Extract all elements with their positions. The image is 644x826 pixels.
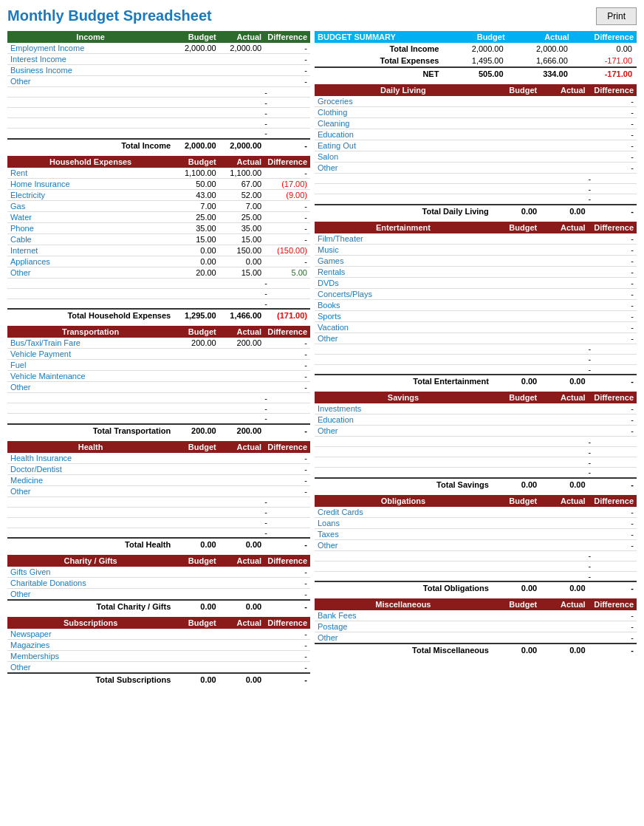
daily-living-header-row: Daily Living Budget Actual Difference — [315, 84, 637, 96]
row-actual — [540, 610, 588, 621]
daily-living-section: Daily Living Budget Actual Difference Gr… — [315, 84, 637, 217]
row-diff: - — [589, 403, 637, 414]
table-row: Credit Cards- — [315, 507, 637, 518]
row-budget — [174, 662, 219, 674]
table-row: Doctor/Dentist- — [7, 463, 310, 474]
row-label: Sports — [315, 310, 492, 321]
total-row: Total Transportation200.00200.00- — [7, 424, 310, 437]
summary-total-income-budget: 2,000.00 — [443, 43, 507, 55]
table-row: Appliances0.000.00- — [7, 256, 310, 267]
row-actual — [540, 266, 588, 277]
row-label: Vacation — [315, 321, 492, 332]
health-header-label: Health — [7, 441, 174, 453]
left-column: Income Budget Actual Difference Employme… — [7, 31, 310, 690]
row-diff: - — [589, 96, 637, 107]
total-budget: 200.00 — [174, 424, 219, 437]
row-label: Other — [315, 632, 492, 644]
row-budget — [492, 426, 540, 437]
table-row: Vacation- — [315, 321, 637, 332]
empty-row: - — [315, 550, 637, 561]
row-label: Books — [315, 299, 492, 310]
row-actual — [219, 382, 264, 393]
row-diff: - — [589, 277, 637, 288]
row-label: Electricity — [7, 189, 174, 200]
row-actual — [219, 485, 264, 496]
total-actual: 0.00 — [540, 375, 588, 387]
row-label: Bank Fees — [315, 610, 492, 621]
total-diff: - — [264, 424, 310, 437]
row-label: Groceries — [315, 96, 492, 107]
table-row: Bank Fees- — [315, 610, 637, 621]
table-row: Games- — [315, 255, 637, 266]
total-row: Total Obligations0.000.00- — [315, 581, 637, 594]
row-label: Other — [7, 382, 174, 393]
row-budget — [492, 129, 540, 140]
entertainment-header-label: Entertainment — [315, 222, 492, 233]
row-actual — [219, 662, 264, 674]
row-budget — [492, 610, 540, 621]
income-header-row: Income Budget Actual Difference — [7, 31, 310, 43]
total-diff: - — [589, 375, 637, 387]
row-actual: 15.00 — [219, 267, 264, 278]
health-budget-col: Budget — [174, 441, 219, 453]
empty-row: - — [7, 288, 310, 298]
table-row: Newspaper- — [7, 629, 310, 640]
print-button[interactable]: Print — [596, 7, 637, 25]
total-label: Total Transportation — [7, 424, 174, 437]
transportation-diff-col: Difference — [264, 326, 310, 338]
household-section: Household Expenses Budget Actual Differe… — [7, 156, 310, 322]
table-row: Internet0.00150.00(150.00) — [7, 245, 310, 256]
total-row: Total Miscellaneous0.000.00- — [315, 644, 637, 656]
table-row: Other- — [7, 382, 310, 393]
row-actual — [540, 255, 588, 266]
row-actual: 7.00 — [219, 200, 264, 211]
row-budget — [174, 76, 219, 87]
row-actual — [219, 360, 264, 371]
empty-row: - — [7, 108, 310, 118]
row-actual — [540, 163, 588, 174]
miscellaneous-header-label: Miscellaneous — [315, 598, 492, 610]
empty-row: - — [315, 468, 637, 478]
daily-living-budget-col: Budget — [492, 84, 540, 96]
total-diff: - — [264, 139, 310, 151]
row-label: Business Income — [7, 65, 174, 76]
total-budget: 1,295.00 — [174, 309, 219, 321]
row-diff: - — [264, 211, 310, 222]
row-actual — [540, 632, 588, 644]
charity-header-row: Charity / Gifts Budget Actual Difference — [7, 555, 310, 567]
row-label: Concerts/Plays — [315, 288, 492, 299]
row-diff: (9.00) — [264, 189, 310, 200]
row-diff: (17.00) — [264, 178, 310, 189]
row-budget — [492, 255, 540, 266]
total-row: Total Savings0.000.00- — [315, 478, 637, 491]
row-actual — [540, 426, 588, 437]
row-label: Magazines — [7, 640, 174, 651]
row-diff: - — [589, 621, 637, 632]
savings-section: Savings Budget Actual Difference Investm… — [315, 392, 637, 491]
total-actual: 200.00 — [219, 424, 264, 437]
empty-row: - — [7, 278, 310, 288]
obligations-diff-col: Difference — [589, 495, 637, 507]
row-diff: - — [264, 338, 310, 349]
total-row: Total Income2,000.002,000.00- — [7, 139, 310, 151]
charity-header-label: Charity / Gifts — [7, 555, 174, 567]
row-diff: - — [264, 65, 310, 76]
table-row: Sports- — [315, 310, 637, 321]
row-label: Eating Out — [315, 140, 492, 151]
table-row: Other- — [315, 539, 637, 550]
household-header-label: Household Expenses — [7, 156, 174, 168]
row-budget — [492, 96, 540, 107]
table-row: Memberships- — [7, 651, 310, 662]
total-label: Total Daily Living — [315, 205, 492, 217]
row-label: Loans — [315, 517, 492, 528]
row-diff: - — [589, 129, 637, 140]
row-budget — [492, 528, 540, 539]
table-row: Education- — [315, 414, 637, 426]
total-actual: 0.00 — [219, 538, 264, 550]
row-diff: (150.00) — [264, 245, 310, 256]
savings-budget-col: Budget — [492, 392, 540, 403]
row-label: Cable — [7, 233, 174, 245]
empty-row: - — [7, 87, 310, 98]
total-label: Total Income — [7, 139, 174, 151]
row-actual — [219, 640, 264, 651]
